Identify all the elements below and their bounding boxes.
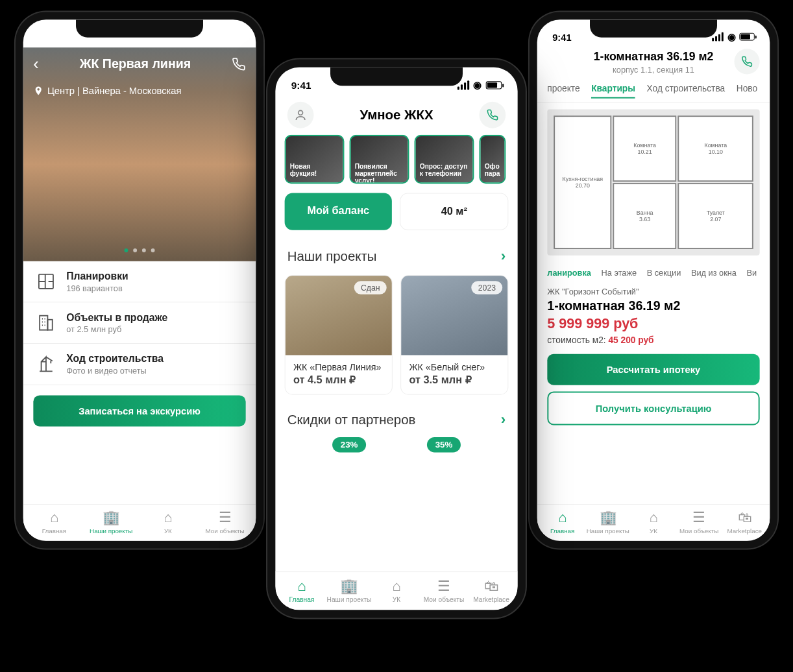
bag-icon: 🛍 xyxy=(468,577,515,595)
call-button[interactable] xyxy=(480,102,506,128)
list-sub: от 2.5 млн руб xyxy=(66,324,167,334)
svg-rect-2 xyxy=(47,320,52,330)
stories-row[interactable]: Новая фукция! Появился маркетплейс услуг… xyxy=(275,135,517,193)
projects-header[interactable]: Наши проекты › xyxy=(275,241,517,271)
subtab-floor[interactable]: На этаже xyxy=(602,268,637,278)
balance-button[interactable]: Мой баланс xyxy=(285,193,392,230)
notch xyxy=(76,19,203,37)
m2-price: стоимость м2: 45 200 руб xyxy=(547,335,759,345)
room: Комната10.10 xyxy=(678,115,753,182)
main-tabs: проекте Квартиры Ход строительства Ново xyxy=(537,79,770,102)
phone-left: 9:41 ◉ ‹ ЖК Первая линия Центр | Вайнера… xyxy=(16,12,263,548)
tab-apartments[interactable]: Квартиры xyxy=(591,83,635,99)
tab-about[interactable]: проекте xyxy=(547,83,580,99)
building-icon xyxy=(34,311,57,334)
nav-uk[interactable]: ⌂УК xyxy=(372,577,420,603)
nav-home[interactable]: ⌂Главная xyxy=(278,577,325,603)
complex-name: ЖК "Горизонт Событий" xyxy=(547,287,759,296)
subtab-more[interactable]: Ви xyxy=(747,268,757,278)
list-item-plans[interactable]: Планировки 196 вариантов xyxy=(23,261,256,303)
location-row: Центр | Вайнера - Московская xyxy=(23,80,256,101)
mortgage-button[interactable]: Рассчитать ипотеку xyxy=(547,354,759,385)
nav-home[interactable]: ⌂Главная xyxy=(540,510,585,534)
tab-progress[interactable]: Ход строительства xyxy=(647,83,726,99)
status-icons: ◉ xyxy=(712,31,755,43)
status-time: 9:41 xyxy=(38,31,57,42)
discounts-row: 23% 35% xyxy=(275,435,517,455)
project-card[interactable]: 2023 ЖК «Белый снег» от 3.5 млн ₽ xyxy=(400,275,508,395)
top-bar: Умное ЖКХ xyxy=(275,97,517,135)
nav-home[interactable]: ⌂Главная xyxy=(26,510,83,534)
pin-icon xyxy=(33,86,43,96)
svg-rect-1 xyxy=(40,316,47,330)
project-price: от 4.5 млн ₽ xyxy=(286,374,392,394)
project-badge: Сдан xyxy=(354,281,387,294)
nav-marketplace[interactable]: 🛍Marketplace xyxy=(468,577,515,603)
app-title: Умное ЖКХ xyxy=(360,108,433,123)
subtab-section[interactable]: В секции xyxy=(647,268,681,278)
battery-icon xyxy=(486,81,502,89)
call-icon[interactable] xyxy=(232,57,246,71)
book-tour-button[interactable]: Записаться на экскурсию xyxy=(33,395,245,426)
list-item-objects[interactable]: Объекты в продаже от 2.5 млн руб xyxy=(23,302,256,344)
project-name: ЖК «Белый снег» xyxy=(401,355,507,374)
nav-my-objects[interactable]: ☰Мои объекты xyxy=(197,510,254,534)
bag-icon: 🛍 xyxy=(722,510,767,526)
project-image: Сдан xyxy=(286,276,392,355)
wifi-icon: ◉ xyxy=(727,31,736,43)
list-item-progress[interactable]: Ход строительства Фото и видео отчеты xyxy=(23,344,256,385)
nav-marketplace[interactable]: 🛍Marketplace xyxy=(722,510,767,534)
chevron-right-icon: › xyxy=(501,411,506,428)
floorplan-icon xyxy=(34,270,57,293)
project-image: 2023 xyxy=(401,276,507,355)
consult-button[interactable]: Получить консультацию xyxy=(547,392,759,426)
subtab-plan[interactable]: ланировка xyxy=(547,268,591,278)
status-icons: ◉ xyxy=(458,79,502,91)
house-icon: ⌂ xyxy=(140,510,197,526)
nav-bar: ⌂Главная 🏢Наши проекты ⌂УК ☰Мои объекты … xyxy=(275,571,517,610)
back-icon[interactable]: ‹ xyxy=(33,54,38,73)
story-card[interactable]: Появился маркетплейс услуг! xyxy=(350,135,409,184)
area-button[interactable]: 40 м² xyxy=(400,193,508,230)
section-title: Скидки от партнеров xyxy=(287,412,416,427)
nav-projects[interactable]: 🏢Наши проекты xyxy=(325,577,372,603)
project-card[interactable]: Сдан ЖК «Первая Линия» от 4.5 млн ₽ xyxy=(285,275,393,395)
nav-my-objects[interactable]: ☰Мои объекты xyxy=(420,577,467,603)
discount-badge[interactable]: 23% xyxy=(333,437,366,452)
list-sub: Фото и видео отчеты xyxy=(66,366,164,376)
page-title: ЖК Первая линия xyxy=(80,56,191,71)
story-card[interactable]: Опрос: доступ к телефонии xyxy=(415,135,474,184)
tab-news[interactable]: Ново xyxy=(737,83,757,99)
call-button[interactable] xyxy=(734,49,759,74)
sub-tabs: ланировка На этаже В секции Вид из окна … xyxy=(537,262,770,284)
apt-info: ЖК "Горизонт Событий" 1-комнатная 36.19 … xyxy=(537,284,770,348)
story-card[interactable]: Офо пара xyxy=(480,135,506,184)
house-icon: ⌂ xyxy=(631,510,676,526)
nav-my-objects[interactable]: ☰Мои объекты xyxy=(676,510,722,534)
apt-title: 1-комнатная 36.19 м2 xyxy=(569,50,738,64)
notch xyxy=(590,19,717,37)
stack-icon: ☰ xyxy=(420,577,467,595)
subtab-view[interactable]: Вид из окна xyxy=(691,268,737,278)
project-name: ЖК «Первая Линия» xyxy=(286,355,392,374)
story-card[interactable]: Новая фукция! xyxy=(285,135,345,184)
home-icon: ⌂ xyxy=(26,510,83,526)
balance-row: Мой баланс 40 м² xyxy=(275,193,517,241)
nav-projects[interactable]: 🏢Наши проекты xyxy=(82,510,140,534)
carousel-dots[interactable] xyxy=(124,248,154,252)
room: Ванна3.63 xyxy=(613,183,676,249)
nav-projects[interactable]: 🏢Наши проекты xyxy=(585,510,631,534)
apt-name: 1-комнатная 36.19 м2 xyxy=(547,298,759,313)
profile-button[interactable] xyxy=(287,102,314,128)
discount-badge[interactable]: 35% xyxy=(427,437,460,452)
home-icon: ⌂ xyxy=(278,577,325,595)
project-badge: 2023 xyxy=(472,281,503,294)
hero-image[interactable]: ‹ ЖК Первая линия Центр | Вайнера - Моск… xyxy=(23,47,256,261)
nav-uk[interactable]: ⌂УК xyxy=(631,510,676,534)
nav-uk[interactable]: ⌂УК xyxy=(140,510,197,534)
floorplan-section: ♡ Комната10.21 Комната10.10 Кухня-гостин… xyxy=(537,103,770,262)
buildings-icon: 🏢 xyxy=(585,510,631,526)
floorplan-image[interactable]: Комната10.21 Комната10.10 Кухня-гостиная… xyxy=(547,109,759,255)
discounts-header[interactable]: Скидки от партнеров › xyxy=(275,404,517,435)
phone-center: 9:41 ◉ Умное ЖКХ Новая фукция! Появился … xyxy=(267,60,526,618)
